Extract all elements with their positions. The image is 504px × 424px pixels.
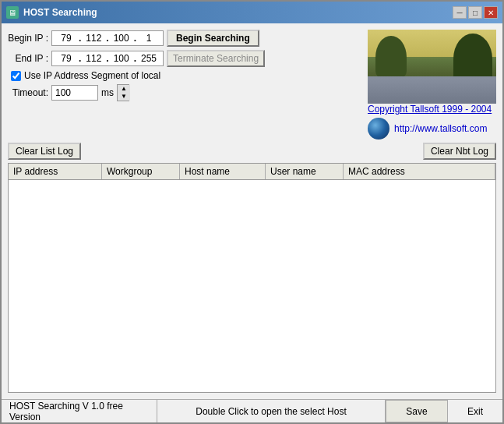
checkbox-row: Use IP Address Segment of local xyxy=(11,70,361,81)
checkbox-label: Use IP Address Segment of local xyxy=(24,70,160,81)
website-link[interactable]: http://www.tallsoft.com xyxy=(394,123,487,134)
title-text: HOST Searching xyxy=(23,7,97,18)
col-header-workgroup: Workgroup xyxy=(102,164,180,179)
col-header-mac: MAC address xyxy=(344,164,495,179)
use-ip-segment-checkbox[interactable] xyxy=(11,71,21,81)
timeout-input[interactable] xyxy=(51,85,98,101)
end-ip-a[interactable] xyxy=(55,53,77,64)
begin-ip-d[interactable] xyxy=(138,33,160,44)
landscape-image xyxy=(368,30,496,104)
maximize-button[interactable]: □ xyxy=(468,6,482,19)
end-ip-b[interactable] xyxy=(83,53,104,64)
save-button[interactable]: Save xyxy=(386,400,448,422)
col-header-ip: IP address xyxy=(9,164,102,179)
table-body[interactable] xyxy=(9,180,495,392)
dot2: . xyxy=(106,33,108,44)
main-window: 🖥 HOST Searching ─ □ ✕ Begin IP : . xyxy=(0,0,504,424)
main-content: Begin IP : . . . Begin Searching End IP … xyxy=(2,23,502,399)
dot1: . xyxy=(79,33,81,44)
begin-ip-row: Begin IP : . . . Begin Searching xyxy=(8,30,361,47)
close-button[interactable]: ✕ xyxy=(484,6,498,19)
spinner-up[interactable]: ▲ xyxy=(118,85,130,93)
end-ip-c[interactable] xyxy=(111,53,132,64)
spinner-down[interactable]: ▼ xyxy=(118,93,130,101)
begin-ip-a[interactable] xyxy=(55,33,77,44)
image-section: Copyright Tallsoft 1999 - 2004 http://ww… xyxy=(368,30,496,140)
clear-nbt-button[interactable]: Clear Nbt Log xyxy=(423,143,496,160)
title-controls: ─ □ ✕ xyxy=(453,6,498,19)
copyright-link[interactable]: Copyright Tallsoft 1999 - 2004 xyxy=(368,104,492,115)
dot6: . xyxy=(134,53,136,64)
timeout-row: Timeout: ms ▲ ▼ xyxy=(8,84,361,101)
buttons-row: Clear List Log Clear Nbt Log xyxy=(8,143,496,160)
tree-left xyxy=(375,36,407,79)
save-label: Save xyxy=(406,406,427,417)
exit-button[interactable]: Exit xyxy=(448,400,502,422)
dot4: . xyxy=(79,53,81,64)
ms-label: ms xyxy=(101,87,114,98)
form-section: Begin IP : . . . Begin Searching End IP … xyxy=(8,30,361,101)
timeout-label: Timeout: xyxy=(8,87,48,98)
dot5: . xyxy=(106,53,108,64)
end-ip-d[interactable] xyxy=(138,53,160,64)
table-header: IP address Workgroup Host name User name… xyxy=(9,164,495,180)
table-section: IP address Workgroup Host name User name… xyxy=(8,163,496,393)
version-text: HOST Searching V 1.0 free Version xyxy=(9,401,149,422)
end-ip-row: End IP : . . . Terminate Searching xyxy=(8,50,361,67)
top-section: Begin IP : . . . Begin Searching End IP … xyxy=(8,30,496,140)
title-bar-left: 🖥 HOST Searching xyxy=(6,6,97,19)
begin-ip-fields: . . . xyxy=(51,30,164,46)
status-bar: HOST Searching V 1.0 free Version Double… xyxy=(2,399,502,422)
website-row: http://www.tallsoft.com xyxy=(368,118,487,140)
col-header-username: User name xyxy=(266,164,344,179)
end-ip-label: End IP : xyxy=(8,53,48,64)
timeout-spinner: ▲ ▼ xyxy=(117,84,129,101)
hint-text: Double Click to open the select Host xyxy=(196,406,346,417)
exit-label: Exit xyxy=(467,406,483,417)
status-version: HOST Searching V 1.0 free Version xyxy=(2,400,157,422)
clear-list-button[interactable]: Clear List Log xyxy=(8,143,81,160)
app-icon: 🖥 xyxy=(6,6,19,19)
begin-ip-c[interactable] xyxy=(111,33,132,44)
status-hint: Double Click to open the select Host xyxy=(157,400,386,422)
begin-searching-button[interactable]: Begin Searching xyxy=(167,30,259,47)
info-section: Copyright Tallsoft 1999 - 2004 http://ww… xyxy=(368,104,496,140)
col-header-hostname: Host name xyxy=(180,164,266,179)
begin-ip-b[interactable] xyxy=(83,33,104,44)
dot3: . xyxy=(134,33,136,44)
globe-icon xyxy=(368,118,389,140)
title-bar: 🖥 HOST Searching ─ □ ✕ xyxy=(2,2,502,23)
minimize-button[interactable]: ─ xyxy=(453,6,467,19)
begin-ip-label: Begin IP : xyxy=(8,33,48,44)
end-ip-fields: . . . xyxy=(51,51,164,66)
water xyxy=(368,76,496,104)
terminate-searching-button[interactable]: Terminate Searching xyxy=(167,50,265,67)
